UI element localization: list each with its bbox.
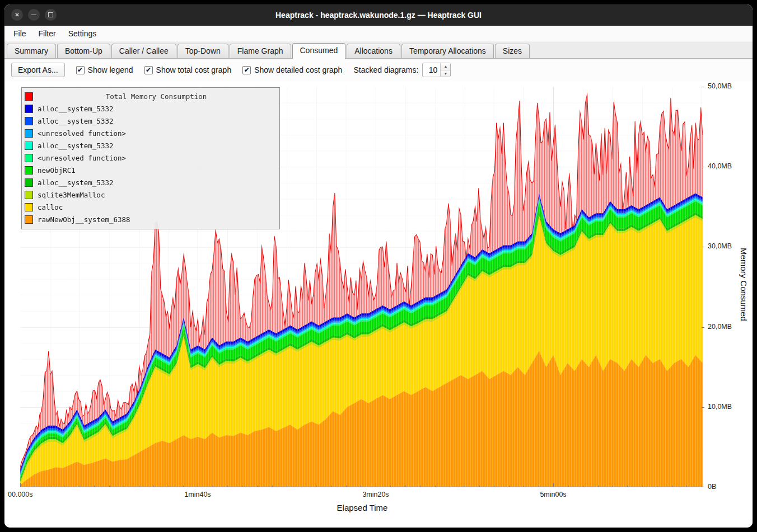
x-tick-label: 3min20s <box>362 491 389 498</box>
legend-item: calloc <box>25 201 275 213</box>
legend-label: newObjRC1 <box>38 166 76 175</box>
legend-swatch <box>25 154 33 162</box>
legend-swatch <box>25 191 33 199</box>
legend-item: rawNewObj__system_6388 <box>25 213 275 225</box>
legend-swatch <box>25 166 33 175</box>
tab-sizes[interactable]: Sizes <box>495 44 530 58</box>
legend-label: sqlite3MemMalloc <box>38 191 105 199</box>
legend-swatch <box>25 105 33 113</box>
x-axis-title: Elapsed Time <box>337 503 388 512</box>
spin-up-icon[interactable]: ▲ <box>441 63 450 70</box>
show-legend-checkbox[interactable]: ✔ Show legend <box>76 65 133 74</box>
menu-bar: File Filter Settings <box>4 26 753 42</box>
x-tick-label: 5min00s <box>540 491 566 498</box>
tab-temporary-allocations[interactable]: Temporary Allocations <box>401 44 494 58</box>
x-tick-label: 1min40s <box>184 491 211 498</box>
tab-consumed[interactable]: Consumed <box>292 43 346 59</box>
tab-allocations[interactable]: Allocations <box>347 44 400 58</box>
stacked-diagrams-spinner[interactable]: 10 ▲ ▼ <box>422 63 451 77</box>
tab-summary[interactable]: Summary <box>7 44 56 58</box>
legend-swatch <box>25 92 33 101</box>
legend-item: alloc__system_5332 <box>25 139 275 152</box>
legend-item: newObjRC1 <box>25 164 275 176</box>
tab-flame-graph[interactable]: Flame Graph <box>230 44 291 58</box>
maximize-icon <box>48 12 53 17</box>
tab-caller-callee[interactable]: Caller / Callee <box>111 44 176 58</box>
legend-label: <unresolved function> <box>38 154 126 162</box>
y-tick-label: 20,0MB <box>708 323 732 331</box>
legend-label: alloc__system_5332 <box>38 105 113 113</box>
legend-swatch <box>25 215 33 224</box>
legend-label: alloc__system_5332 <box>38 178 113 187</box>
show-total-cost-checkbox[interactable]: ✔ Show total cost graph <box>144 65 232 74</box>
legend-swatch <box>25 203 33 211</box>
tab-top-down[interactable]: Top-Down <box>177 44 228 58</box>
legend-item: alloc__system_5332 <box>25 115 275 127</box>
checkbox-icon: ✔ <box>76 66 85 74</box>
export-as-button[interactable]: Export As... <box>11 63 65 77</box>
tab-bar: Summary Bottom-Up Caller / Callee Top-Do… <box>4 42 753 59</box>
y-axis-title: Memory Consumed <box>739 248 749 321</box>
checkbox-label: Show legend <box>88 65 133 74</box>
minimize-button[interactable] <box>28 9 40 21</box>
legend-swatch <box>25 178 33 187</box>
legend-item: alloc__system_5332 <box>25 102 275 115</box>
chart-toolbar: Export As... ✔ Show legend ✔ Show total … <box>4 59 753 81</box>
legend-swatch <box>25 129 33 138</box>
menu-item-file[interactable]: File <box>8 27 32 40</box>
maximize-button[interactable] <box>45 9 57 21</box>
legend-label: <unresolved function> <box>38 129 126 138</box>
legend-item: alloc__system_5332 <box>25 176 275 189</box>
stacked-diagrams-control: Stacked diagrams: 10 ▲ ▼ <box>353 63 451 77</box>
legend-swatch <box>25 117 33 125</box>
legend-label: calloc <box>38 203 63 211</box>
app-window: ✕ Heaptrack - heaptrack.wakunode.1.gz — … <box>4 4 753 528</box>
checkbox-icon: ✔ <box>242 66 251 74</box>
legend-label: alloc__system_5332 <box>38 117 113 125</box>
legend-title: Total Memory Consumption <box>38 92 275 101</box>
checkbox-icon: ✔ <box>144 66 153 74</box>
chart-panel: Total Memory Consumptionalloc__system_53… <box>4 81 753 528</box>
legend-item: sqlite3MemMalloc <box>25 189 275 201</box>
legend-swatch <box>25 142 33 150</box>
y-tick-label: 50,0MB <box>708 82 732 90</box>
legend-item: <unresolved function> <box>25 152 275 164</box>
legend-item: <unresolved function> <box>25 127 275 139</box>
close-button[interactable]: ✕ <box>11 9 23 21</box>
y-tick-label: 10,0MB <box>708 403 732 411</box>
stacked-diagrams-value: 10 <box>423 63 440 77</box>
legend-label: alloc__system_5332 <box>38 142 113 150</box>
checkbox-label: Show detailed cost graph <box>254 65 342 74</box>
x-tick-label: 00.000s <box>8 491 32 498</box>
close-icon: ✕ <box>15 12 19 18</box>
spin-down-icon[interactable]: ▼ <box>441 70 450 77</box>
y-tick-label: 30,0MB <box>708 242 732 250</box>
chart-legend: Total Memory Consumptionalloc__system_53… <box>21 87 280 229</box>
y-tick-label: 40,0MB <box>708 162 732 170</box>
menu-item-filter[interactable]: Filter <box>33 27 62 40</box>
tab-bottom-up[interactable]: Bottom-Up <box>57 44 110 58</box>
legend-title-row: Total Memory Consumption <box>25 90 275 102</box>
checkbox-label: Show total cost graph <box>156 65 232 74</box>
legend-label: rawNewObj__system_6388 <box>38 215 130 224</box>
title-bar: ✕ Heaptrack - heaptrack.wakunode.1.gz — … <box>4 4 753 26</box>
show-detailed-cost-checkbox[interactable]: ✔ Show detailed cost graph <box>242 65 342 74</box>
stacked-diagrams-label: Stacked diagrams: <box>353 65 418 74</box>
y-tick-label: 0B <box>708 483 716 491</box>
window-title: Heaptrack - heaptrack.wakunode.1.gz — He… <box>275 11 482 20</box>
menu-item-settings[interactable]: Settings <box>63 27 102 40</box>
window-controls: ✕ <box>11 9 57 21</box>
minimize-icon <box>31 15 36 16</box>
